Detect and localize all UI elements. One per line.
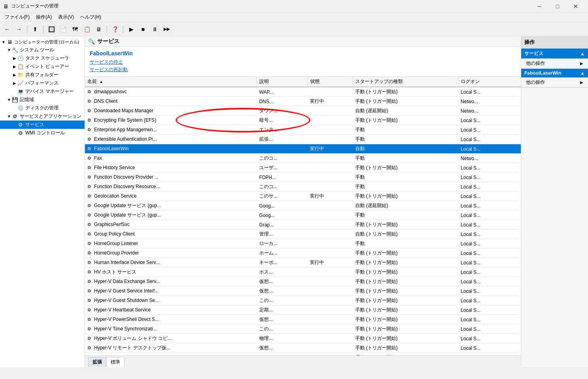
forward-button[interactable]: →: [13, 24, 24, 35]
table-row[interactable]: ⚙Encrypting File System (EFS)暗号...手動 (トリ…: [85, 116, 521, 125]
table-row[interactable]: ⚙HomeGroup Listenerローカ...手動Local S...: [85, 239, 521, 249]
up-button[interactable]: ⬆: [30, 24, 41, 35]
tree-task-scheduler[interactable]: ▶ 🕐 タスク スケジューラ: [0, 54, 85, 62]
properties-button[interactable]: 🖥: [93, 24, 104, 35]
action-section-services: サービス ▲ 他の操作 ▶: [521, 49, 588, 69]
tab-standard[interactable]: 標準: [106, 357, 124, 367]
stop-service-button[interactable]: ■: [138, 24, 149, 35]
title-bar-title: コンピューターの管理: [11, 3, 58, 9]
tree-services[interactable]: ▶ ⚙ サービス: [0, 121, 85, 129]
disk-management-icon: 💿: [17, 105, 24, 111]
col-header-name[interactable]: 名前 ▲: [85, 77, 257, 87]
services-title: サービス: [97, 38, 119, 45]
tree-arrow-task: ▶: [12, 56, 17, 60]
table-row[interactable]: ⚙Function Discovery Provider ...FDPH...手…: [85, 173, 521, 182]
table-row[interactable]: ⚙File History Serviceユーザ...手動 (トリガー開始)Lo…: [85, 163, 521, 173]
services-header-icon: 🔍: [88, 38, 95, 45]
table-row[interactable]: ⚙Geolocation Serviceこのサ...実行中手動 (トリガー開始)…: [85, 192, 521, 201]
restart-service-button[interactable]: ▶▶: [161, 24, 172, 35]
start-service-button[interactable]: ▶: [126, 24, 137, 35]
tree-system-tools[interactable]: ▼ 🔧 システム ツール: [0, 46, 85, 54]
table-row[interactable]: ⚙GraphicsPerfSvcGrap...手動 (トリガー開始)Local …: [85, 220, 521, 230]
table-row[interactable]: ⚙Hyper-V Heartbeat Service定期...手動 (トリガー開…: [85, 305, 521, 315]
tree-device-manager[interactable]: ▶ 💻 デバイス マネージャー: [0, 87, 85, 96]
action-arrow-fabool: ▶: [580, 80, 583, 85]
action-section-services-header[interactable]: サービス ▲: [521, 49, 588, 58]
table-row[interactable]: ⚙Faxこのコ...手動Netwo...: [85, 154, 521, 163]
action-other-ops-fabool[interactable]: 他の操作 ▶: [521, 77, 588, 87]
show-hide-button[interactable]: 🔲: [46, 24, 57, 35]
tab-extended[interactable]: 拡張: [88, 357, 106, 367]
table-row[interactable]: ⚙Human Interface Device Serv...キーボ...実行中…: [85, 258, 521, 268]
table-row[interactable]: ⚙HomeGroup Providerホーム...手動 (トリガー開始)Loca…: [85, 249, 521, 258]
col-header-status[interactable]: 状態: [307, 77, 353, 87]
tree-arrow-storage: ▼: [6, 98, 12, 102]
col-header-startup[interactable]: スタートアップの種類: [353, 77, 458, 87]
table-row[interactable]: ⚙Downloaded Maps Managerダウン...自動 (遅延開始)N…: [85, 106, 521, 116]
table-row[interactable]: ⚙Hyper-V Time Synchronizati...この...手動 (ト…: [85, 324, 521, 334]
tree-label-disk-management: ディスクの管理: [25, 105, 58, 111]
app-icon: 🖥: [3, 3, 9, 9]
action-section-fabool-header[interactable]: FaboolLaserWin ▲: [521, 69, 588, 77]
tree-label-services: サービス: [25, 121, 44, 128]
tree-event-viewer[interactable]: ▶ 📋 イベント ビューアー: [0, 62, 85, 71]
col-header-desc[interactable]: 説明: [257, 77, 307, 87]
tree-storage[interactable]: ▼ 💾 記憶域: [0, 96, 85, 104]
tree-label-system-tools: システム ツール: [20, 47, 54, 53]
tree-root[interactable]: ▼ 🖥 コンピューターの管理 (ローカル): [0, 38, 85, 46]
table-row[interactable]: ⚙Hyper-V PowerShell Direct S...仮想...手動 (…: [85, 315, 521, 324]
tree-label-device-manager: デバイス マネージャー: [25, 88, 74, 95]
tree-shared-folder[interactable]: ▶ 📁 共有フォルダー: [0, 71, 85, 79]
table-row[interactable]: ⚙Hyper-V ボリューム シャドウ コピ...物理...手動 (トリガー開始…: [85, 334, 521, 343]
tree-label-services-apps: サービスとアプリケーション: [20, 113, 81, 120]
menu-file[interactable]: ファイル(F): [2, 13, 33, 21]
pause-service-button[interactable]: ⏸: [149, 24, 160, 35]
map-button[interactable]: 🗺: [70, 24, 81, 35]
table-row[interactable]: ⚙Enterprise App Managemen...エンタ...手動Loca…: [85, 125, 521, 135]
title-bar: 🖥 コンピューターの管理 ─ □ ✕: [0, 0, 588, 13]
menu-action[interactable]: 操作(A): [33, 13, 55, 21]
action-other-ops-services[interactable]: 他の操作 ▶: [521, 58, 588, 68]
action-section-fabool: FaboolLaserWin ▲ 他の操作 ▶: [521, 69, 588, 88]
table-row[interactable]: ⚙Google Update サービス (gup...Goog...自動 (遅延…: [85, 201, 521, 211]
table-row[interactable]: ⚙Hyper-V Guest Shutdown Se...この...手動 (トリ…: [85, 296, 521, 305]
back-button[interactable]: ←: [2, 24, 13, 35]
center-panel: 🔍 サービス FaboolLaserWin サービスの停止 サービスの再起動: [85, 36, 521, 367]
close-button[interactable]: ✕: [567, 0, 585, 13]
table-row[interactable]: ⚙Hyper-V リモート デスクトップ仮...仮想...手動 (トリガー開始)…: [85, 343, 521, 353]
tree-performance[interactable]: ▶ 📈 パフォーマンス: [0, 79, 85, 87]
tree-wmi[interactable]: ▶ ⚙ WMI コントロール: [0, 129, 85, 137]
list-button[interactable]: 📋: [81, 24, 92, 35]
tree-label-shared-folder: 共有フォルダー: [25, 72, 58, 78]
folder-button[interactable]: 📄: [58, 24, 69, 35]
table-row[interactable]: ⚙Google Update サービス (gup...Goog...手動Loca…: [85, 211, 521, 220]
menu-help[interactable]: ヘルプ(H): [77, 13, 104, 21]
services-table: 名前 ▲ 説明 状態 スタートアップの種類 ログオン ⚙dmwappushsvc…: [85, 77, 521, 355]
action-label-other-ops: 他の操作: [526, 60, 545, 67]
menu-view[interactable]: 表示(V): [55, 13, 77, 21]
table-row[interactable]: ⚙Hyper-V Data Exchange Serv...仮想...手動 (ト…: [85, 277, 521, 287]
table-row[interactable]: ⚙Hyper-V Guest Service Interf...仮想...手動 …: [85, 287, 521, 296]
table-row[interactable]: ⚙Group Policy Client管理...自動 (トリガー開始)Loca…: [85, 230, 521, 239]
table-row[interactable]: ⚙dmwappushsvcWAP...手動 (トリガー開始)Local S...: [85, 87, 521, 97]
table-row[interactable]: ⚙HV ホスト サービスホス...手動 (トリガー開始)Local S...: [85, 268, 521, 277]
table-row[interactable]: ⚙Function Discovery Resource...このコ...手動L…: [85, 182, 521, 192]
tree-arrow-perf: ▶: [12, 81, 17, 85]
event-viewer-icon: 📋: [17, 64, 24, 70]
col-header-logon[interactable]: ログオン: [458, 77, 521, 87]
stop-service-link[interactable]: サービスの停止: [90, 59, 133, 66]
tree-disk-management[interactable]: ▶ 💿 ディスクの管理: [0, 104, 85, 112]
tree-services-apps[interactable]: ▼ ⚙ サービスとアプリケーション: [0, 112, 85, 121]
restart-service-link[interactable]: サービスの再起動: [90, 66, 133, 73]
table-row[interactable]: ⚙DNS ClientDNS...実行中手動 (トリガー開始)Netwo...: [85, 97, 521, 106]
table-row[interactable]: ⚙FaboolLaserWin実行中自動Local S...: [85, 144, 521, 154]
minimize-button[interactable]: ─: [530, 0, 548, 13]
tree-arrow-event: ▶: [12, 64, 17, 69]
actions-header: 操作: [521, 36, 588, 49]
device-manager-icon: 💻: [17, 89, 24, 95]
help-button[interactable]: ❓: [109, 24, 121, 35]
table-row[interactable]: ⚙Extensible Authentication Pr...拡張...手動L…: [85, 135, 521, 144]
services-icon: ⚙: [17, 122, 24, 128]
system-tools-icon: 🔧: [12, 47, 18, 53]
maximize-button[interactable]: □: [548, 0, 567, 13]
